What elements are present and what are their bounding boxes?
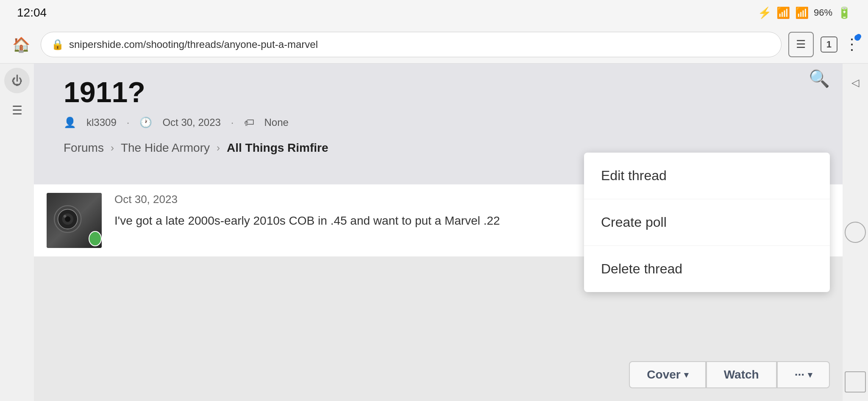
battery-icon: 🔋 bbox=[837, 6, 851, 19]
dropdown-menu: Edit thread Create poll Delete thread bbox=[584, 153, 830, 292]
author-icon: 👤 bbox=[64, 117, 76, 128]
page-content: 1911? 👤 kl3309 · 🕐 Oct 30, 2023 · 🏷 None… bbox=[34, 64, 843, 401]
nav-strip: ⏻ ☰ bbox=[0, 64, 34, 401]
circle-button[interactable] bbox=[845, 222, 866, 243]
dropdown-edit-thread[interactable]: Edit thread bbox=[584, 153, 830, 199]
thread-meta: 👤 kl3309 · 🕐 Oct 30, 2023 · 🏷 None bbox=[64, 117, 821, 128]
status-time: 12:04 bbox=[17, 6, 47, 19]
main-content: ⏻ ☰ 1911? 👤 kl3309 · 🕐 Oct 30, 2023 · 🏷 … bbox=[0, 64, 868, 401]
right-strip: ◁ bbox=[843, 64, 868, 401]
dropdown-create-poll[interactable]: Create poll bbox=[584, 199, 830, 246]
thread-tag: None bbox=[264, 117, 289, 128]
power-button[interactable]: ⏻ bbox=[4, 68, 30, 93]
url-text[interactable]: snipershide.com/shooting/threads/anyone-… bbox=[69, 39, 771, 50]
breadcrumb-sep-1: › bbox=[111, 142, 114, 154]
reader-view-button[interactable]: ☰ bbox=[788, 32, 814, 57]
more-label: ··· bbox=[795, 368, 804, 382]
url-bar[interactable]: 🔒 snipershide.com/shooting/threads/anyon… bbox=[41, 32, 782, 57]
lock-icon: 🔒 bbox=[51, 39, 64, 50]
avatar-badge bbox=[89, 231, 102, 246]
search-icon[interactable]: 🔍 bbox=[809, 69, 830, 89]
avatar-image bbox=[47, 193, 102, 248]
bluetooth-icon: ⚡ bbox=[758, 6, 771, 19]
breadcrumb-forums[interactable]: Forums bbox=[64, 141, 104, 155]
status-icons: ⚡ 📶 📶 96% 🔋 bbox=[758, 6, 851, 19]
thread-date: Oct 30, 2023 bbox=[162, 117, 220, 128]
battery-percent: 96% bbox=[814, 7, 832, 18]
browser-bar: 🏠 🔒 snipershide.com/shooting/threads/any… bbox=[0, 25, 868, 64]
square-button[interactable] bbox=[845, 371, 866, 393]
cover-chevron-icon: ▾ bbox=[684, 370, 688, 380]
cover-button[interactable]: Cover ▾ bbox=[629, 361, 706, 388]
dropdown-delete-thread[interactable]: Delete thread bbox=[584, 246, 830, 292]
browser-menu-button[interactable]: ⋮ bbox=[844, 36, 860, 53]
watch-label: Watch bbox=[724, 368, 759, 382]
tab-count[interactable]: 1 bbox=[821, 36, 837, 53]
breadcrumb-category[interactable]: All Things Rimfire bbox=[227, 141, 328, 155]
more-button[interactable]: ··· ▾ bbox=[777, 361, 830, 388]
hamburger-menu[interactable]: ☰ bbox=[12, 103, 22, 117]
author-name: kl3309 bbox=[86, 117, 117, 128]
avatar bbox=[47, 193, 102, 248]
breadcrumb-hide-armory[interactable]: The Hide Armory bbox=[121, 141, 210, 155]
browser-actions: ☰ 1 ⋮ bbox=[788, 32, 860, 57]
home-button[interactable]: 🏠 bbox=[8, 32, 34, 57]
breadcrumb-sep-2: › bbox=[217, 142, 220, 154]
tag-icon: 🏷 bbox=[244, 117, 254, 128]
more-chevron-icon: ▾ bbox=[808, 370, 812, 380]
cover-label: Cover bbox=[647, 368, 680, 382]
wifi-icon: 📶 bbox=[776, 6, 790, 19]
action-buttons: Cover ▾ Watch ··· ▾ bbox=[629, 361, 830, 388]
signal-icon: 📶 bbox=[795, 6, 809, 19]
thread-title: 1911? bbox=[64, 76, 821, 108]
svg-point-4 bbox=[64, 215, 67, 218]
watch-button[interactable]: Watch bbox=[706, 361, 777, 388]
date-icon: 🕐 bbox=[139, 117, 152, 128]
status-bar: 12:04 ⚡ 📶 📶 96% 🔋 bbox=[0, 0, 868, 25]
back-button[interactable]: ◁ bbox=[845, 72, 866, 93]
